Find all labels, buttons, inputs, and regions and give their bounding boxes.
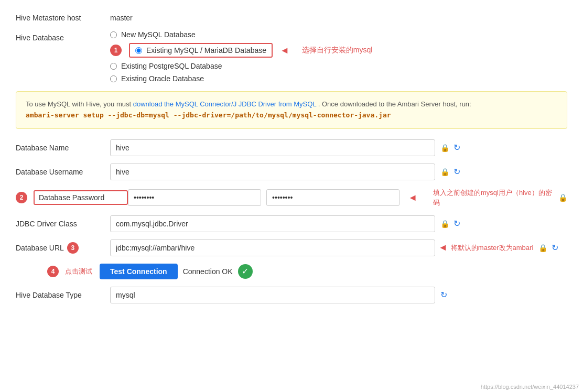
lock-icon: 🔒 (440, 144, 449, 152)
arrow-password: ◄ (408, 192, 417, 203)
database-username-label: Database Username (16, 168, 110, 176)
option-existing-postgresql[interactable]: Existing PostgreSQL Database (110, 62, 372, 70)
database-username-input[interactable] (110, 164, 435, 180)
refresh-icon-6[interactable]: ↻ (440, 290, 447, 300)
radio-group: New MySQL Database 1 Existing MySQL / Ma… (110, 30, 372, 83)
info-text2: . Once downloaded to the Ambari Server h… (318, 100, 471, 108)
hive-database-row: Hive Database New MySQL Database 1 Exist… (16, 30, 567, 83)
jdbc-driver-label: JDBC Driver Class (16, 220, 110, 228)
hive-database-options: New MySQL Database 1 Existing MySQL / Ma… (110, 30, 372, 83)
test-connection-button[interactable]: Test Connection (100, 264, 178, 279)
radio-existing-postgresql[interactable] (110, 63, 117, 70)
arrow-url: ◄ (438, 242, 448, 253)
database-url-row: Database URL 3 ◄ 将默认的master改为ambari 🔒 ↻ (16, 239, 567, 256)
hive-db-type-icons: ↻ (440, 290, 447, 300)
database-username-icons: 🔒 ↻ (440, 167, 460, 177)
refresh-icon-5[interactable]: ↻ (552, 243, 558, 253)
step2-circle: 2 (16, 192, 27, 203)
password-icons: 🔒 (558, 193, 567, 202)
jdbc-driver-row: JDBC Driver Class 🔒 ↻ (16, 215, 567, 232)
url-icons: 🔒 ↻ (538, 243, 558, 253)
option-new-mysql-label: New MySQL Database (121, 30, 196, 39)
url-annotation: 将默认的master改为ambari (451, 243, 533, 253)
option-existing-oracle[interactable]: Existing Oracle Database (110, 74, 372, 83)
step1-circle: 1 (110, 45, 122, 56)
radio-new-mysql[interactable] (110, 31, 117, 38)
refresh-icon-2[interactable]: ↻ (454, 167, 460, 177)
database-name-input[interactable] (110, 139, 435, 156)
hive-db-type-input[interactable] (110, 287, 435, 303)
info-command: ambari-server setup --jdbc-db=mysql --jd… (26, 111, 391, 119)
step3-circle: 3 (67, 242, 79, 254)
database-name-label: Database Name (16, 144, 110, 152)
database-url-input[interactable] (110, 239, 435, 256)
test-connection-step-label: 点击测试 (65, 266, 92, 277)
radio-existing-mysql[interactable] (135, 47, 142, 54)
password-inputs: ◄ 填入之前创建的mysql用户（hive）的密码 (128, 188, 553, 208)
database-password-label: Database Password (34, 190, 128, 205)
connection-status: Connection OK (183, 267, 233, 276)
password-annotation-block: 填入之前创建的mysql用户（hive）的密码 (433, 188, 553, 208)
info-box: To use MySQL with Hive, you must downloa… (16, 91, 567, 129)
option-existing-postgresql-label: Existing PostgreSQL Database (121, 62, 222, 70)
metastore-value: master (110, 10, 133, 22)
option-existing-mysql-label: Existing MySQL / MariaDB Database (146, 46, 266, 55)
step4-circle: 4 (47, 266, 59, 277)
database-url-label: Database URL 3 (16, 242, 110, 254)
database-username-row: Database Username 🔒 ↻ (16, 164, 567, 180)
radio-existing-oracle[interactable] (110, 75, 117, 82)
test-connection-row: 4 点击测试 Test Connection Connection OK ✓ (47, 264, 567, 279)
info-link[interactable]: download the MySQL Connector/J JDBC Driv… (133, 100, 316, 108)
database-name-row: Database Name 🔒 ↻ (16, 139, 567, 156)
database-url-label-text: Database URL (16, 244, 64, 252)
lock-icon-4: 🔒 (440, 220, 449, 228)
info-text1: To use MySQL with Hive, you must (26, 100, 133, 108)
database-password-input[interactable] (128, 189, 261, 206)
refresh-icon[interactable]: ↻ (454, 143, 460, 153)
jdbc-driver-input[interactable] (110, 215, 435, 232)
option-existing-mysql[interactable]: Existing MySQL / MariaDB Database (129, 43, 273, 58)
lock-icon-3: 🔒 (558, 193, 567, 202)
url-input-wrapper (110, 239, 435, 256)
lock-icon-2: 🔒 (440, 168, 449, 176)
annotation-mysql: 选择自行安装的mysql (302, 46, 373, 55)
database-password-confirm-input[interactable] (266, 189, 400, 206)
arrow-mysql-annotation: ◄ (280, 45, 289, 56)
hive-db-type-label: Hive Database Type (16, 291, 110, 299)
option-existing-oracle-label: Existing Oracle Database (121, 74, 204, 83)
hive-database-label: Hive Database (16, 30, 110, 42)
connection-ok-icon: ✓ (238, 264, 253, 279)
metastore-row: Hive Metastore host master (16, 10, 567, 22)
option-new-mysql[interactable]: New MySQL Database (110, 30, 372, 39)
password-annotation: 填入之前创建的mysql用户（hive）的密码 (433, 188, 553, 208)
jdbc-driver-icons: 🔒 ↻ (440, 219, 460, 228)
hive-db-type-row: Hive Database Type ↻ (16, 287, 567, 303)
database-name-icons: 🔒 ↻ (440, 143, 460, 153)
database-password-row: 2 Database Password ◄ 填入之前创建的mysql用户（hiv… (16, 188, 567, 208)
refresh-icon-4[interactable]: ↻ (454, 219, 460, 228)
lock-icon-5: 🔒 (538, 244, 547, 252)
metastore-label: Hive Metastore host (16, 10, 110, 22)
